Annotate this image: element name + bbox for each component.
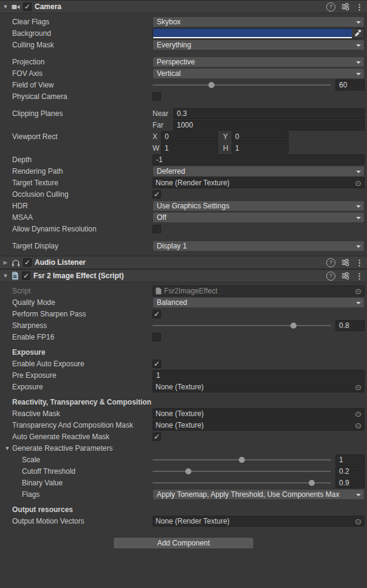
background-color-field[interactable] <box>153 28 365 39</box>
flags-label: Flags <box>0 490 153 499</box>
binary-value-slider[interactable] <box>153 477 331 488</box>
scale-slider[interactable] <box>153 454 331 465</box>
field-of-view-input[interactable] <box>335 80 365 91</box>
field-of-view-slider[interactable] <box>153 80 331 91</box>
kebab-menu-icon[interactable]: ⋮ <box>355 3 363 11</box>
viewport-h-input[interactable] <box>232 143 289 154</box>
object-picker-icon[interactable]: ⊙ <box>355 410 362 418</box>
projection-dropdown[interactable]: Perspective <box>153 56 365 67</box>
target-texture-object-field[interactable]: None (Render Texture) ⊙ <box>153 177 365 188</box>
flags-dropdown[interactable]: Apply Tonemap, Apply Threshold, Use Comp… <box>153 489 365 500</box>
slider-handle[interactable] <box>290 323 297 329</box>
foldout-arrow-icon[interactable]: ▼ <box>2 273 9 279</box>
slider-handle[interactable] <box>309 480 315 486</box>
eyedropper-button[interactable] <box>352 29 364 38</box>
reactive-mask-label: Reactive Mask <box>0 409 153 418</box>
msaa-dropdown[interactable]: Off <box>153 212 365 223</box>
object-picker-icon[interactable]: ⊙ <box>355 518 362 525</box>
presets-icon[interactable] <box>341 259 349 266</box>
foldout-arrow-icon[interactable]: ▼ <box>2 4 9 10</box>
quality-mode-label: Quality Mode <box>0 298 153 307</box>
pre-exposure-input[interactable] <box>153 370 365 381</box>
clear-flags-value: Skybox <box>157 18 180 26</box>
physical-camera-checkbox[interactable] <box>153 92 161 101</box>
spacer <box>0 235 367 240</box>
projection-value: Perspective <box>157 58 195 66</box>
culling-mask-dropdown[interactable]: Everything <box>153 39 365 50</box>
depth-input[interactable] <box>153 154 365 165</box>
help-icon[interactable]: ? <box>326 2 335 12</box>
transparency-mask-object-field[interactable]: None (Texture) ⊙ <box>153 420 365 431</box>
physical-camera-label: Physical Camera <box>0 92 153 101</box>
object-picker-icon[interactable]: ⊙ <box>355 383 362 391</box>
rendering-path-dropdown[interactable]: Deferred <box>153 166 365 177</box>
script-icon <box>12 272 19 280</box>
near-input[interactable] <box>173 108 365 119</box>
color-swatch[interactable] <box>153 29 352 38</box>
slider-handle[interactable] <box>185 468 191 474</box>
hdr-dropdown[interactable]: Use Graphics Settings <box>153 200 365 211</box>
auto-generate-reactive-mask-checkbox[interactable] <box>153 432 161 441</box>
cutoff-threshold-slider[interactable] <box>153 466 331 477</box>
camera-component-header[interactable]: ▼ Camera ? ⋮ <box>0 0 367 13</box>
scale-input[interactable] <box>335 454 365 465</box>
row-reactive-mask: Reactive Mask None (Texture) ⊙ <box>0 408 365 419</box>
row-culling-mask: Culling Mask Everything <box>0 39 365 50</box>
allow-dynamic-resolution-checkbox[interactable] <box>153 225 161 233</box>
viewport-h-label: H <box>223 144 232 152</box>
reactive-mask-object-field[interactable]: None (Texture) ⊙ <box>153 408 365 419</box>
viewport-w-label: W <box>153 144 161 152</box>
row-transparency-and-composition-mask: Transparency And Composition Mask None (… <box>0 420 365 431</box>
help-icon[interactable]: ? <box>326 272 335 281</box>
output-motion-vectors-object-field[interactable]: None (Render Texture) ⊙ <box>153 516 365 527</box>
add-component-button[interactable]: Add Component <box>113 537 254 549</box>
foldout-arrow-icon[interactable]: ▶ <box>2 259 9 265</box>
viewport-x-label: X <box>153 132 161 141</box>
help-icon[interactable]: ? <box>326 258 335 267</box>
object-picker-icon[interactable]: ⊙ <box>355 287 362 295</box>
sharpness-slider[interactable] <box>153 320 331 331</box>
slider-handle[interactable] <box>239 457 245 463</box>
object-picker-icon[interactable]: ⊙ <box>355 422 362 429</box>
rendering-path-value: Deferred <box>157 167 185 176</box>
presets-icon[interactable] <box>341 3 349 10</box>
row-enable-fp16: Enable FP16 <box>0 332 365 343</box>
enable-auto-exposure-checkbox[interactable] <box>153 360 161 368</box>
target-display-dropdown[interactable]: Display 1 <box>153 241 365 251</box>
audio-listener-enabled-checkbox[interactable] <box>23 258 32 267</box>
target-display-label: Target Display <box>0 242 153 250</box>
row-hdr: HDR Use Graphics Settings <box>0 200 365 211</box>
row-viewport-rect-xy: Viewport Rect X Y <box>0 131 365 142</box>
perform-sharpen-pass-checkbox[interactable] <box>153 310 161 318</box>
row-clear-flags: Clear Flags Skybox <box>0 16 365 27</box>
viewport-y-input[interactable] <box>232 131 289 142</box>
fsr2-enabled-checkbox[interactable] <box>22 272 30 280</box>
section-header-exposure: Exposure <box>0 347 367 357</box>
fov-axis-dropdown[interactable]: Vertical <box>153 68 365 79</box>
fsr2-component-header[interactable]: ▼ Fsr 2 Image Effect (Script) ? ⋮ <box>0 269 367 282</box>
exposure-object-field[interactable]: None (Texture) ⊙ <box>153 381 365 392</box>
camera-enabled-checkbox[interactable] <box>23 2 32 11</box>
slider-handle[interactable] <box>208 82 214 88</box>
row-exposure: Exposure None (Texture) ⊙ <box>0 381 365 392</box>
viewport-x-input[interactable] <box>161 131 218 142</box>
cutoff-threshold-input[interactable] <box>335 466 365 477</box>
far-input[interactable] <box>173 120 365 131</box>
presets-icon[interactable] <box>341 272 349 279</box>
quality-mode-dropdown[interactable]: Balanced <box>153 297 365 308</box>
perform-sharpen-pass-label: Perform Sharpen Pass <box>0 310 153 318</box>
occlusion-culling-checkbox[interactable] <box>153 190 161 199</box>
kebab-menu-icon[interactable]: ⋮ <box>355 272 363 280</box>
binary-value-input[interactable] <box>335 477 365 488</box>
generate-reactive-parameters-foldout[interactable]: ▼ Generate Reactive Parameters <box>0 444 153 453</box>
generate-reactive-parameters-label: Generate Reactive Parameters <box>12 444 112 453</box>
object-picker-icon[interactable]: ⊙ <box>355 179 362 187</box>
script-object-field[interactable]: Fsr2ImageEffect ⊙ <box>153 285 365 296</box>
clear-flags-dropdown[interactable]: Skybox <box>153 16 365 27</box>
audio-listener-component-header[interactable]: ▶ Audio Listener ? ⋮ <box>0 256 367 269</box>
kebab-menu-icon[interactable]: ⋮ <box>355 259 363 267</box>
fov-axis-label: FOV Axis <box>0 69 153 78</box>
enable-fp16-checkbox[interactable] <box>153 333 161 341</box>
viewport-w-input[interactable] <box>161 143 218 154</box>
sharpness-input[interactable] <box>335 320 365 331</box>
